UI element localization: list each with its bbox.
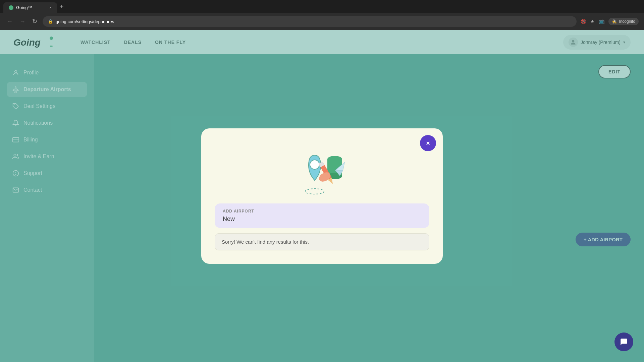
camera-off-icon: 📵	[581, 19, 586, 24]
lock-icon: 🔒	[48, 19, 53, 24]
search-box: ADD AIRPORT	[215, 203, 429, 228]
no-results-message: Sorry! We can't find any results for thi…	[215, 233, 429, 250]
new-tab-button[interactable]: +	[57, 3, 66, 10]
forward-button[interactable]: →	[18, 17, 27, 26]
tab-favicon	[9, 5, 13, 10]
svg-point-12	[305, 189, 324, 194]
browser-tabs: Going™ × +	[0, 0, 644, 13]
search-section: ADD AIRPORT Sorry! We can't find any res…	[215, 203, 429, 250]
modal-overlay: ×	[0, 30, 644, 362]
chat-button[interactable]	[614, 333, 633, 351]
incognito-label: Incognito	[619, 19, 635, 24]
incognito-icon: 🕵	[612, 19, 617, 24]
bookmark-icon[interactable]: ★	[590, 19, 595, 24]
svg-point-13	[310, 160, 319, 169]
address-bar[interactable]: 🔒 going.com/settings/departures	[43, 16, 577, 27]
tab-title: Going™	[16, 5, 32, 10]
chat-icon	[620, 338, 628, 346]
tab-close-btn[interactable]: ×	[49, 5, 52, 10]
add-airport-modal: ×	[201, 128, 443, 264]
back-button[interactable]: ←	[5, 17, 14, 26]
airport-search-input[interactable]	[223, 216, 421, 223]
browser-tab-active[interactable]: Going™ ×	[3, 2, 57, 13]
refresh-button[interactable]: ↻	[31, 16, 39, 26]
airport-illustration	[288, 142, 356, 195]
modal-close-button[interactable]: ×	[420, 135, 436, 151]
incognito-badge: 🕵 Incognito	[608, 18, 639, 25]
search-label: ADD AIRPORT	[223, 209, 421, 214]
modal-illustration	[288, 142, 356, 195]
url-text: going.com/settings/departures	[56, 19, 114, 24]
cast-icon: 📺	[599, 19, 604, 24]
page: Going ™ WATCHLIST DEALS ON THE FLY Johnr…	[0, 30, 644, 362]
browser-chrome: Going™ × + ← → ↻ 🔒 going.com/settings/de…	[0, 0, 644, 30]
browser-toolbar: ← → ↻ 🔒 going.com/settings/departures 📵 …	[0, 13, 644, 30]
toolbar-right: 📵 ★ 📺 🕵 Incognito	[581, 18, 639, 25]
